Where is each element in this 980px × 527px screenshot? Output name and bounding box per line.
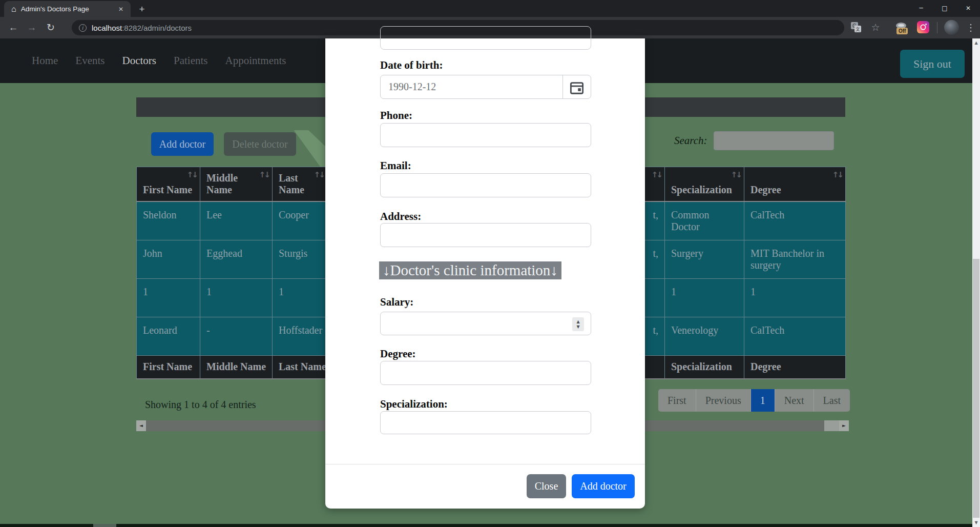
cell-degree: MIT Banchelor in surgery: [744, 240, 846, 278]
search-label: Search:: [674, 134, 707, 147]
pagination-next[interactable]: Next: [775, 389, 814, 412]
page-footer-strip: [0, 524, 972, 527]
cell-degree: CalTech: [744, 317, 846, 355]
footer-first-name: First Name: [137, 355, 200, 379]
sort-icon: ↑↓: [652, 170, 661, 179]
screen: ⌂ Admin's Doctors Page ✕ + ─ □ ✕ ← → ↻ i…: [0, 0, 980, 527]
salary-input[interactable]: ▲ ▼: [380, 312, 591, 335]
scroll-up-icon[interactable]: ▲: [972, 38, 980, 47]
footer-degree: Degree: [744, 355, 846, 379]
window-minimize-button[interactable]: ─: [909, 0, 933, 17]
input-divider: [562, 75, 563, 98]
toolbar-separator: [937, 22, 937, 33]
salary-label: Salary:: [380, 296, 413, 309]
bookmark-star-icon[interactable]: ☆: [869, 21, 882, 34]
vertical-scrollbar-thumb[interactable]: [973, 259, 979, 518]
address-input[interactable]: [380, 223, 591, 247]
back-icon[interactable]: ←: [6, 21, 20, 35]
address-label: Address:: [380, 210, 421, 223]
cell-last-name: Sturgis: [273, 240, 327, 278]
degree-label: Degree:: [380, 348, 416, 360]
nav-item-appointments[interactable]: Appointments: [225, 54, 286, 67]
sign-out-button[interactable]: Sign out: [900, 50, 965, 78]
spinner-down-icon[interactable]: ▼: [576, 325, 579, 329]
sort-icon: ↑↓: [259, 170, 269, 179]
email-label: Email:: [380, 159, 411, 172]
site-info-icon[interactable]: i: [79, 24, 87, 32]
footer-middle-name: Middle Name: [200, 355, 273, 379]
instagram-extension-icon[interactable]: [916, 21, 930, 34]
calendar-icon[interactable]: [569, 80, 585, 95]
nav-item-patients[interactable]: Patients: [174, 54, 208, 67]
tab-title: Admin's Doctors Page: [21, 5, 115, 13]
cell-specialization: Common Doctor: [665, 201, 744, 240]
footer-strip-segment: [93, 524, 116, 527]
browser-tab-strip: ⌂ Admin's Doctors Page ✕ + ─ □ ✕: [0, 0, 980, 17]
home-favicon-icon: ⌂: [11, 5, 16, 14]
column-header-first-name[interactable]: First Name↑↓: [137, 167, 200, 202]
modal-footer-divider: [325, 464, 645, 464]
scrollbar-track[interactable]: [824, 420, 839, 431]
date-of-birth-input[interactable]: 1990-12-12: [380, 75, 591, 99]
modal-add-doctor-button[interactable]: Add doctor: [572, 474, 635, 498]
pagination-last[interactable]: Last: [814, 389, 850, 412]
entries-summary: Showing 1 to 4 of 4 entries: [145, 399, 256, 411]
pagination-first[interactable]: First: [658, 389, 696, 412]
nav-item-events[interactable]: Events: [75, 54, 105, 67]
search-input[interactable]: [714, 131, 834, 150]
chrome-menu-icon[interactable]: ⋮: [964, 21, 977, 34]
search-area: Search:: [674, 131, 834, 150]
pagination: First Previous 1 Next Last: [658, 389, 850, 412]
sort-icon: ↑↓: [832, 170, 842, 179]
date-of-birth-label: Date of birth:: [380, 59, 443, 72]
scroll-down-icon[interactable]: ▼: [972, 518, 980, 527]
cell-last-name: Cooper: [273, 201, 327, 240]
new-tab-button[interactable]: +: [135, 3, 149, 16]
browser-tab[interactable]: ⌂ Admin's Doctors Page ✕: [4, 1, 131, 17]
cell-middle-name: -: [200, 317, 273, 355]
window-close-button[interactable]: ✕: [956, 0, 980, 17]
add-doctor-button[interactable]: Add doctor: [151, 132, 214, 156]
profile-avatar[interactable]: [944, 20, 959, 35]
column-header-middle-name[interactable]: Middle Name↑↓: [200, 167, 273, 202]
cell-middle-name: 1: [200, 278, 273, 317]
window-maximize-button[interactable]: □: [933, 0, 956, 17]
cell-first-name: Leonard: [137, 317, 200, 355]
cell-last-name: 1: [273, 278, 327, 317]
column-header-specialization[interactable]: Specialization↑↓: [665, 167, 744, 202]
clinic-information-heading: ↓Doctor's clinic information↓: [379, 261, 561, 279]
footer-specialization: Specialization: [665, 355, 744, 379]
pagination-page-1[interactable]: 1: [751, 389, 775, 412]
specialization-input[interactable]: [380, 411, 591, 434]
scroll-right-icon[interactable]: ►: [839, 420, 849, 431]
translate-icon[interactable]: G文: [849, 22, 863, 35]
cell-middle-name: Egghead: [200, 240, 273, 278]
email-input[interactable]: [380, 173, 591, 197]
spinner-up-icon[interactable]: ▲: [576, 320, 579, 324]
forward-icon[interactable]: →: [25, 21, 39, 35]
nav-item-home[interactable]: Home: [32, 54, 58, 67]
refresh-icon[interactable]: ↻: [44, 21, 58, 35]
scroll-left-icon[interactable]: ◄: [136, 420, 146, 431]
cell-specialization: 1: [665, 278, 744, 317]
nav-item-doctors[interactable]: Doctors: [122, 54, 156, 67]
vertical-scrollbar[interactable]: ▲ ▼: [972, 38, 980, 527]
tab-close-icon[interactable]: ✕: [115, 5, 127, 14]
extension-off-icon[interactable]: Off: [894, 21, 908, 34]
url-path: :8282/admin/doctors: [122, 24, 192, 32]
add-doctor-modal: Date of birth: 1990-12-12 Phone: Email: …: [325, 38, 645, 509]
cutoff-input-field[interactable]: [380, 26, 591, 50]
cell-first-name: Sheldon: [137, 201, 200, 240]
number-spinner[interactable]: ▲ ▼: [572, 317, 584, 331]
cell-degree: CalTech: [744, 201, 846, 240]
phone-label: Phone:: [380, 109, 412, 122]
column-header-degree[interactable]: Degree↑↓: [744, 167, 846, 202]
degree-input[interactable]: [380, 361, 591, 385]
modal-close-button[interactable]: Close: [527, 474, 566, 498]
phone-input[interactable]: [380, 123, 591, 147]
cell-last-name: Hoffstader: [273, 317, 327, 355]
delete-doctor-button[interactable]: Delete doctor: [224, 132, 296, 156]
specialization-label: Specialization:: [380, 398, 448, 411]
pagination-previous[interactable]: Previous: [696, 389, 751, 412]
column-header-last-name[interactable]: Last Name↑↓: [273, 167, 327, 202]
